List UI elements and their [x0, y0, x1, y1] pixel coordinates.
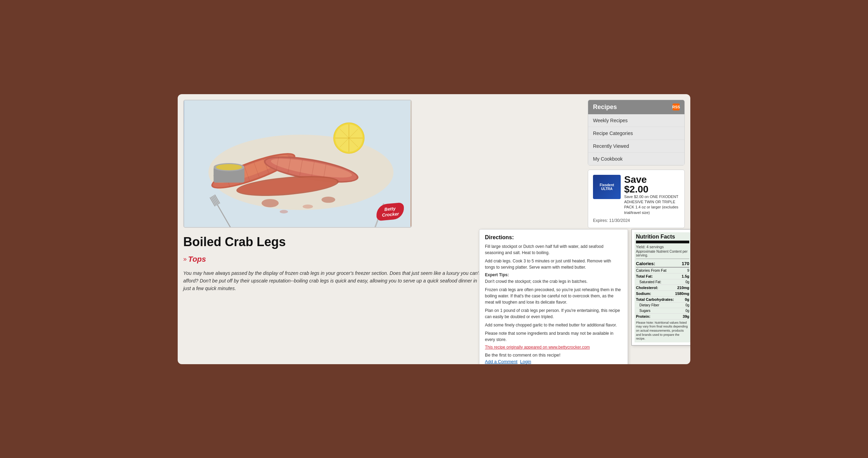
nutrition-approx-note: Approximate Nutrient Content per serving… [636, 250, 689, 259]
calories-fat-label: Calories From Fat [636, 268, 666, 272]
main-container: Betty Crocker Boiled Crab Legs » Tops Yo… [178, 94, 690, 364]
nutrition-title: Nutrition Facts [636, 234, 689, 243]
nutrition-sugars-row: Sugars 0g [636, 308, 689, 314]
recipe-image-bg: Betty Crocker [184, 100, 411, 227]
total-fat-label: Total Fat: [636, 274, 653, 278]
directions-tip2: Frozen crab legs are often precooked, so… [485, 287, 622, 305]
directions-title: Directions: [485, 234, 622, 241]
tops-arrow-icon: » [183, 255, 187, 263]
sodium-value: 1580mg [675, 291, 689, 296]
coupon-box: Fixodent ULTRA Save $2.00 Save $2.00 on … [588, 170, 685, 228]
nutrition-dietary-fiber-row: Dietary Fiber 0g [636, 303, 689, 308]
yield-label: Yield: [636, 245, 645, 249]
sat-fat-label: Saturated Fat: [639, 280, 661, 284]
source-link[interactable]: This recipe originally appeared on www.b… [485, 345, 622, 350]
recipes-header-text: Recipes [593, 104, 617, 111]
nutrition-cholesterol-row: Cholesterol: 210mg [636, 285, 689, 291]
coupon-expires: Expires: 11/30/2024 [593, 218, 680, 223]
recipes-box: Recipes RSS Weekly Recipes Recipe Catego… [588, 100, 685, 165]
nutrition-protein-row: Protein: 39g [636, 314, 689, 320]
add-comment-label[interactable]: Add a Comment [485, 359, 517, 364]
directions-tip4: Add some finely chopped garlic to the me… [485, 322, 622, 328]
sat-fat-value: 0g [685, 280, 689, 284]
nutrition-sat-fat-row: Saturated Fat: 0g [636, 279, 689, 285]
recipes-header: Recipes RSS [588, 100, 684, 114]
sidebar-item-recipe-categories[interactable]: Recipe Categories [588, 127, 684, 140]
svg-point-40 [280, 210, 288, 213]
svg-point-37 [262, 199, 278, 207]
total-carb-value: 0g [685, 297, 689, 302]
expert-tips-title: Expert Tips: [485, 272, 622, 277]
login-label[interactable]: Login [520, 359, 531, 364]
nutrition-total-fat-row: Total Fat: 1.5g [636, 273, 689, 279]
nutrition-bg: Nutrition Facts Yield: 4 servings Approx… [635, 232, 690, 342]
coupon-save-title: Save [624, 175, 680, 185]
coupon-content: Fixodent ULTRA Save $2.00 Save $2.00 on … [593, 175, 680, 216]
coupon-product-image: Fixodent ULTRA [593, 175, 621, 199]
protein-label: Protein: [636, 314, 650, 318]
first-comment: Be the first to comment on this recipe! [485, 352, 622, 358]
directions-step2: Add crab legs. Cook 3 to 5 minutes or ju… [485, 258, 622, 270]
svg-point-24 [216, 164, 242, 170]
tops-brand-text: Tops [188, 255, 206, 264]
total-fat-value: 1.5g [682, 274, 689, 278]
directions-tip3: Plan on 1 pound of crab legs per person.… [485, 307, 622, 320]
sodium-label: Sodium: [636, 291, 651, 296]
calories-value: 170 [682, 261, 689, 266]
cholesterol-value: 210mg [677, 286, 689, 290]
directions-step1: Fill large stockpot or Dutch oven half f… [485, 243, 622, 256]
nutrition-calories-fat-row: Calories From Fat 9 [636, 268, 689, 273]
recipe-description: You may have always passed by the displa… [183, 269, 481, 293]
coupon-text-area: Save $2.00 Save $2.00 on ONE FIXODENT AD… [624, 175, 680, 216]
dietary-fiber-label: Dietary Fiber [639, 303, 659, 307]
expires-label: Expires: [593, 218, 608, 223]
coupon-save-amount: $2.00 [624, 185, 680, 194]
nutrition-total-carb-row: Total Carbohydrates: 0g [636, 297, 689, 303]
cholesterol-label: Cholesterol: [636, 286, 658, 290]
total-carb-label: Total Carbohydrates: [636, 297, 674, 302]
add-comment-login[interactable]: Add a Comment Login [485, 359, 622, 364]
nutrition-yield: Yield: 4 servings [636, 245, 689, 249]
svg-point-38 [321, 196, 335, 203]
dietary-fiber-value: 0g [685, 303, 689, 307]
sugars-label: Sugars [639, 309, 650, 313]
expires-date: 11/30/2024 [609, 218, 630, 223]
yield-value: 4 servings [646, 245, 664, 249]
directions-panel: Directions: Fill large stockpot or Dutch… [479, 229, 628, 364]
nutrition-sodium-row: Sodium: 1580mg [636, 291, 689, 297]
recipe-image-container: Betty Crocker [183, 100, 412, 228]
betty-crocker-text: Betty Crocker [381, 206, 399, 218]
directions-tip1: Don't crowd the stockpot; cook the crab … [485, 278, 622, 285]
nutrition-panel: Nutrition Facts Yield: 4 servings Approx… [631, 229, 690, 345]
nutrition-calories-row: Calories: 170 [636, 260, 689, 268]
svg-point-39 [303, 204, 313, 208]
nutrition-disclaimer: Please Note: Nutritional values listed m… [636, 321, 689, 341]
sidebar-item-my-cookbook[interactable]: My Cookbook [588, 153, 684, 165]
coupon-save-description: Save $2.00 on ONE FIXODENT ADHESIVE TWIN… [624, 194, 680, 216]
calories-fat-value: 9 [687, 268, 689, 272]
sugars-value: 0g [685, 309, 689, 313]
sidebar-item-weekly-recipes[interactable]: Weekly Recipes [588, 114, 684, 127]
rss-icon[interactable]: RSS [673, 104, 680, 110]
protein-value: 39g [683, 314, 689, 318]
calories-label: Calories: [636, 261, 655, 266]
sidebar-item-recently-viewed[interactable]: Recently Viewed [588, 140, 684, 153]
directions-tip5: Please note that some ingredients and br… [485, 330, 622, 343]
